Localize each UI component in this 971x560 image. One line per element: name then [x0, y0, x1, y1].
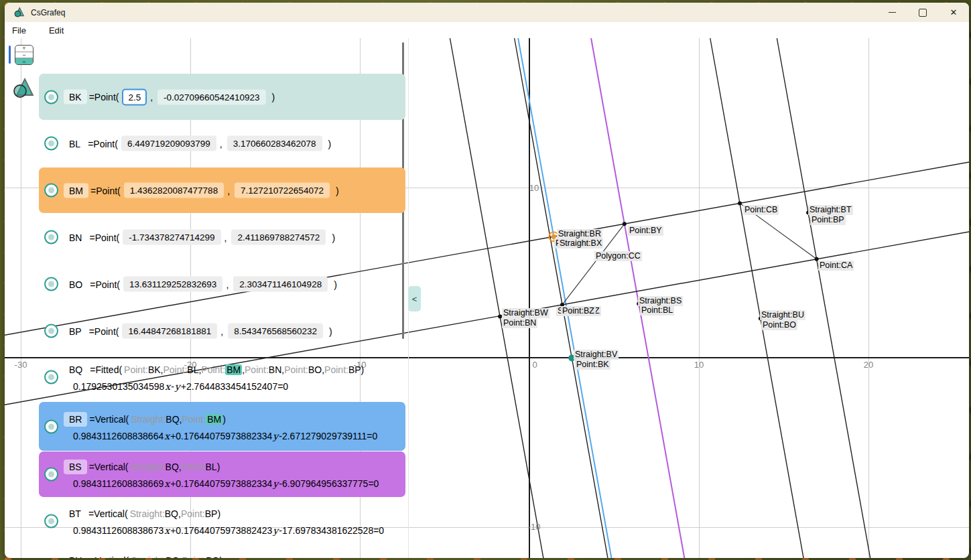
expression-id[interactable]: BT [64, 506, 86, 521]
function-name: =Fitted( [90, 364, 122, 375]
arg-reference[interactable]: BO [206, 555, 219, 558]
visibility-radio[interactable] [44, 370, 58, 384]
visibility-radio[interactable] [44, 90, 58, 104]
geometry-tool-icon[interactable] [12, 77, 35, 100]
arg-reference[interactable]: BP [348, 364, 361, 375]
arg-reference[interactable]: BL [187, 364, 198, 375]
arg-reference[interactable]: BM [225, 364, 242, 375]
expression-row-BL[interactable]: BL=Point(6.449719209093799,3.17066028346… [39, 127, 405, 160]
radio-dot [48, 328, 54, 334]
arg-reference[interactable]: BQ [166, 414, 179, 425]
radio-dot [48, 374, 54, 380]
arg-reference[interactable]: BP [205, 508, 218, 519]
visibility-radio[interactable] [44, 468, 58, 482]
point-x-input[interactable]: 13.631129252832693 [123, 277, 222, 292]
function-name: =Vertical( [89, 462, 129, 472]
expression-equation: 0.9843112608838669x+0.17644075973882334y… [73, 478, 401, 489]
close-button[interactable]: ✕ [938, 3, 969, 22]
radio-dot [48, 94, 54, 100]
comma: , [226, 279, 229, 289]
visibility-radio[interactable] [44, 277, 58, 291]
radio-dot [48, 472, 54, 478]
maximize-button[interactable] [907, 3, 938, 22]
panel-collapse-button[interactable]: < [408, 286, 421, 311]
minimize-icon [889, 12, 896, 13]
radio-dot [48, 518, 54, 524]
expression-row-BQ[interactable]: BQ=Fitted(Point:BK,Point:BL,Point:BM,Poi… [39, 356, 405, 399]
expression-row-BS[interactable]: BS=Vertical(Straight:BQ,Point:BL)0.98431… [39, 451, 405, 497]
app-logo-icon [13, 7, 25, 18]
close-paren: ) [361, 364, 365, 375]
point-y-input[interactable]: 2.411869788274572 [231, 230, 326, 245]
tool-glyph: − [15, 52, 33, 59]
minimize-button[interactable] [877, 3, 907, 22]
expression-list-tool-icon[interactable]: +−= [15, 45, 34, 65]
visibility-radio[interactable] [44, 514, 58, 529]
expression-id[interactable]: BL [64, 136, 86, 151]
point-x-input[interactable]: -1.734378274714299 [123, 230, 220, 245]
arg-type-prefix: Point: [181, 508, 205, 519]
expression-row-BO[interactable]: BO=Point(13.631129252832693,2.3034711461… [39, 267, 405, 301]
expression-row-BM[interactable]: BM=Point(1.4362820087477788,7.1272107226… [39, 167, 405, 213]
comma: , [220, 326, 223, 336]
expression-id[interactable]: BU [64, 553, 87, 558]
expression-content: BN=Point(-1.734378274714299,2.4118697882… [64, 230, 401, 245]
point-y-input[interactable]: 7.127210722654072 [235, 183, 330, 198]
tool-glyph: = [15, 58, 33, 64]
menu-bar: File Edit [5, 22, 969, 38]
expression-id[interactable]: BQ [64, 362, 88, 377]
point-y-input[interactable]: 2.303471146104928 [233, 277, 328, 292]
arg-reference[interactable]: BO [308, 364, 322, 375]
chevron-left-icon: < [412, 294, 417, 304]
point-x-input[interactable]: 2.5 [122, 88, 147, 105]
expression-row-BN[interactable]: BN=Point(-1.734378274714299,2.4118697882… [39, 220, 405, 254]
arg-type-prefix: Point: [245, 364, 269, 375]
menu-item-edit[interactable]: Edit [45, 24, 68, 37]
expression-id[interactable]: BN [64, 230, 87, 244]
arg-reference[interactable]: BQ [166, 555, 179, 558]
expression-id[interactable]: BK [64, 90, 87, 104]
close-paren: ) [334, 279, 337, 289]
expression-row-BK[interactable]: BK=Point(2.5,-0.02709660542410923) [39, 74, 405, 120]
expression-row-BP[interactable]: BP=Point(16.44847268181881,8.54347656856… [39, 314, 405, 348]
arg-reference[interactable]: BQ [166, 462, 179, 472]
arg-reference[interactable]: BN [269, 364, 281, 375]
expression-id[interactable]: BO [64, 277, 88, 291]
point-x-input[interactable]: 1.4362820087477788 [124, 183, 224, 198]
visibility-radio[interactable] [44, 137, 58, 151]
arg-reference[interactable]: BQ [165, 508, 178, 519]
close-paren: ) [220, 555, 223, 558]
expression-id[interactable]: BM [64, 183, 88, 198]
point-x-input[interactable]: 6.449719209093799 [121, 136, 216, 151]
arg-reference[interactable]: BM [206, 414, 222, 425]
expression-content: BQ=Fitted(Point:BK,Point:BL,Point:BM,Poi… [64, 362, 401, 392]
visibility-radio[interactable] [44, 184, 58, 198]
visibility-radio[interactable] [44, 324, 58, 338]
expression-id[interactable]: BS [64, 460, 87, 474]
expression-content: BS=Vertical(Straight:BQ,Point:BL)0.98431… [64, 460, 401, 489]
close-paren: ) [332, 232, 335, 242]
comma: , [227, 185, 230, 196]
menu-item-file[interactable]: File [8, 24, 30, 37]
point-x-input[interactable]: 16.44847268181881 [122, 324, 217, 339]
radio-dot [48, 423, 54, 429]
expression-id[interactable]: BP [64, 324, 87, 338]
arg-reference[interactable]: BL [206, 462, 217, 472]
function-name: =Point( [88, 138, 118, 149]
point-y-input[interactable]: 8.543476568560232 [228, 324, 323, 339]
visibility-radio[interactable] [44, 419, 58, 433]
expression-id[interactable]: BR [64, 412, 87, 427]
arg-type-prefix: Straight: [130, 462, 165, 472]
point-y-input[interactable]: -0.02709660542410923 [157, 89, 265, 104]
expression-row-BR[interactable]: BR=Vertical(Straight:BQ,Point:BM)0.98431… [39, 402, 405, 451]
visibility-radio[interactable] [44, 230, 58, 244]
close-paren: ) [222, 414, 226, 425]
expression-row-BU[interactable]: BU=Vertical(Straight:BQ,Point:BO)0.98431… [39, 546, 405, 558]
function-name: =Point( [89, 92, 119, 102]
expression-row-BT[interactable]: BT=Vertical(Straight:BQ,Point:BP)0.98431… [39, 499, 405, 543]
expression-content: BT=Vertical(Straight:BQ,Point:BP)0.98431… [64, 506, 401, 536]
arg-reference[interactable]: BK [148, 364, 161, 375]
point-y-input[interactable]: 3.170660283462078 [227, 136, 322, 151]
function-name: =Vertical( [89, 414, 129, 425]
function-name: =Vertical( [89, 555, 129, 558]
